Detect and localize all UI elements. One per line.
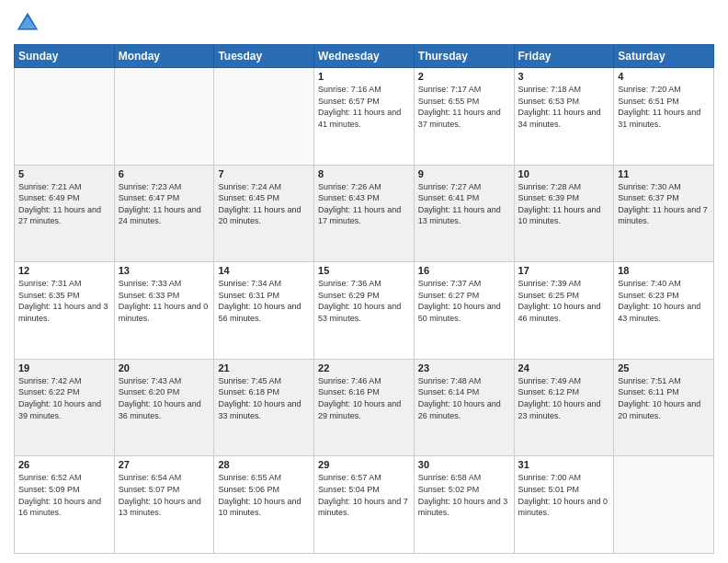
weekday-header-saturday: Saturday [614, 45, 714, 68]
day-cell: 19Sunrise: 7:42 AM Sunset: 6:22 PM Dayli… [15, 359, 115, 456]
day-number: 13 [119, 265, 210, 276]
day-info: Sunrise: 7:51 AM Sunset: 6:11 PM Dayligh… [618, 375, 710, 421]
day-cell: 6Sunrise: 7:23 AM Sunset: 6:47 PM Daylig… [114, 165, 214, 262]
day-cell: 8Sunrise: 7:26 AM Sunset: 6:43 PM Daylig… [314, 165, 415, 262]
day-cell: 17Sunrise: 7:39 AM Sunset: 6:25 PM Dayli… [514, 262, 614, 360]
week-row-1: 1Sunrise: 7:16 AM Sunset: 6:57 PM Daylig… [15, 68, 714, 166]
day-cell: 31Sunrise: 7:00 AM Sunset: 5:01 PM Dayli… [514, 456, 614, 554]
day-info: Sunrise: 7:42 AM Sunset: 6:22 PM Dayligh… [18, 375, 110, 421]
week-row-2: 5Sunrise: 7:21 AM Sunset: 6:49 PM Daylig… [15, 165, 714, 262]
day-info: Sunrise: 7:20 AM Sunset: 6:51 PM Dayligh… [618, 84, 710, 130]
day-cell: 13Sunrise: 7:33 AM Sunset: 6:33 PM Dayli… [114, 262, 214, 360]
day-number: 2 [418, 71, 510, 82]
day-number: 1 [318, 71, 410, 82]
day-cell: 23Sunrise: 7:48 AM Sunset: 6:14 PM Dayli… [414, 359, 514, 456]
weekday-header-tuesday: Tuesday [214, 45, 314, 68]
day-number: 11 [618, 168, 710, 179]
day-number: 6 [119, 168, 210, 179]
day-info: Sunrise: 7:45 AM Sunset: 6:18 PM Dayligh… [218, 375, 310, 421]
day-cell: 24Sunrise: 7:49 AM Sunset: 6:12 PM Dayli… [514, 359, 614, 456]
day-info: Sunrise: 7:48 AM Sunset: 6:14 PM Dayligh… [418, 375, 510, 421]
day-number: 20 [119, 362, 210, 373]
day-cell: 12Sunrise: 7:31 AM Sunset: 6:35 PM Dayli… [15, 262, 115, 360]
logo [14, 9, 45, 37]
day-info: Sunrise: 6:55 AM Sunset: 5:06 PM Dayligh… [218, 472, 310, 518]
week-row-3: 12Sunrise: 7:31 AM Sunset: 6:35 PM Dayli… [15, 262, 714, 360]
day-number: 9 [418, 168, 510, 179]
day-number: 16 [418, 265, 510, 276]
page: SundayMondayTuesdayWednesdayThursdayFrid… [0, 0, 728, 563]
weekday-header-wednesday: Wednesday [314, 45, 415, 68]
day-number: 19 [18, 362, 110, 373]
weekday-header-row: SundayMondayTuesdayWednesdayThursdayFrid… [15, 45, 714, 68]
day-number: 29 [318, 459, 410, 470]
day-number: 18 [618, 265, 710, 276]
day-cell: 18Sunrise: 7:40 AM Sunset: 6:23 PM Dayli… [614, 262, 714, 360]
day-info: Sunrise: 7:33 AM Sunset: 6:33 PM Dayligh… [119, 278, 210, 324]
day-number: 8 [318, 168, 410, 179]
logo-icon [14, 9, 41, 37]
day-info: Sunrise: 7:31 AM Sunset: 6:35 PM Dayligh… [18, 278, 110, 324]
day-number: 22 [318, 362, 410, 373]
day-number: 30 [418, 459, 510, 470]
day-cell: 7Sunrise: 7:24 AM Sunset: 6:45 PM Daylig… [214, 165, 314, 262]
day-number: 10 [518, 168, 610, 179]
day-cell: 21Sunrise: 7:45 AM Sunset: 6:18 PM Dayli… [214, 359, 314, 456]
day-info: Sunrise: 7:30 AM Sunset: 6:37 PM Dayligh… [618, 181, 710, 227]
header [14, 9, 714, 37]
day-cell: 15Sunrise: 7:36 AM Sunset: 6:29 PM Dayli… [314, 262, 415, 360]
day-cell: 29Sunrise: 6:57 AM Sunset: 5:04 PM Dayli… [314, 456, 415, 554]
day-number: 23 [418, 362, 510, 373]
day-number: 28 [218, 459, 310, 470]
day-number: 27 [119, 459, 210, 470]
day-cell: 4Sunrise: 7:20 AM Sunset: 6:51 PM Daylig… [614, 68, 714, 166]
weekday-header-sunday: Sunday [15, 45, 115, 68]
day-info: Sunrise: 7:28 AM Sunset: 6:39 PM Dayligh… [518, 181, 610, 227]
day-cell: 25Sunrise: 7:51 AM Sunset: 6:11 PM Dayli… [614, 359, 714, 456]
weekday-header-monday: Monday [114, 45, 214, 68]
day-info: Sunrise: 7:17 AM Sunset: 6:55 PM Dayligh… [418, 84, 510, 130]
day-cell: 26Sunrise: 6:52 AM Sunset: 5:09 PM Dayli… [15, 456, 115, 554]
day-info: Sunrise: 7:27 AM Sunset: 6:41 PM Dayligh… [418, 181, 510, 227]
day-cell: 3Sunrise: 7:18 AM Sunset: 6:53 PM Daylig… [514, 68, 614, 166]
day-info: Sunrise: 7:18 AM Sunset: 6:53 PM Dayligh… [518, 84, 610, 130]
weekday-header-friday: Friday [514, 45, 614, 68]
day-number: 5 [18, 168, 110, 179]
day-info: Sunrise: 7:26 AM Sunset: 6:43 PM Dayligh… [318, 181, 410, 227]
day-number: 26 [18, 459, 110, 470]
day-number: 17 [518, 265, 610, 276]
day-cell: 22Sunrise: 7:46 AM Sunset: 6:16 PM Dayli… [314, 359, 415, 456]
day-cell: 5Sunrise: 7:21 AM Sunset: 6:49 PM Daylig… [15, 165, 115, 262]
day-info: Sunrise: 7:40 AM Sunset: 6:23 PM Dayligh… [618, 278, 710, 324]
day-cell: 11Sunrise: 7:30 AM Sunset: 6:37 PM Dayli… [614, 165, 714, 262]
day-number: 25 [618, 362, 710, 373]
day-cell: 16Sunrise: 7:37 AM Sunset: 6:27 PM Dayli… [414, 262, 514, 360]
week-row-4: 19Sunrise: 7:42 AM Sunset: 6:22 PM Dayli… [15, 359, 714, 456]
day-cell [15, 68, 115, 166]
day-info: Sunrise: 7:34 AM Sunset: 6:31 PM Dayligh… [218, 278, 310, 324]
day-info: Sunrise: 7:00 AM Sunset: 5:01 PM Dayligh… [518, 472, 610, 518]
day-cell: 28Sunrise: 6:55 AM Sunset: 5:06 PM Dayli… [214, 456, 314, 554]
day-cell: 20Sunrise: 7:43 AM Sunset: 6:20 PM Dayli… [114, 359, 214, 456]
day-number: 24 [518, 362, 610, 373]
day-cell [114, 68, 214, 166]
day-info: Sunrise: 7:21 AM Sunset: 6:49 PM Dayligh… [18, 181, 110, 227]
day-number: 3 [518, 71, 610, 82]
weekday-header-thursday: Thursday [414, 45, 514, 68]
day-number: 21 [218, 362, 310, 373]
day-number: 7 [218, 168, 310, 179]
day-cell: 9Sunrise: 7:27 AM Sunset: 6:41 PM Daylig… [414, 165, 514, 262]
day-cell: 1Sunrise: 7:16 AM Sunset: 6:57 PM Daylig… [314, 68, 415, 166]
day-number: 14 [218, 265, 310, 276]
day-cell: 30Sunrise: 6:58 AM Sunset: 5:02 PM Dayli… [414, 456, 514, 554]
day-info: Sunrise: 6:54 AM Sunset: 5:07 PM Dayligh… [119, 472, 210, 518]
day-info: Sunrise: 7:49 AM Sunset: 6:12 PM Dayligh… [518, 375, 610, 421]
day-number: 12 [18, 265, 110, 276]
day-cell [214, 68, 314, 166]
day-info: Sunrise: 7:43 AM Sunset: 6:20 PM Dayligh… [119, 375, 210, 421]
day-number: 4 [618, 71, 710, 82]
day-cell: 2Sunrise: 7:17 AM Sunset: 6:55 PM Daylig… [414, 68, 514, 166]
day-cell [614, 456, 714, 554]
day-info: Sunrise: 7:23 AM Sunset: 6:47 PM Dayligh… [119, 181, 210, 227]
day-cell: 10Sunrise: 7:28 AM Sunset: 6:39 PM Dayli… [514, 165, 614, 262]
